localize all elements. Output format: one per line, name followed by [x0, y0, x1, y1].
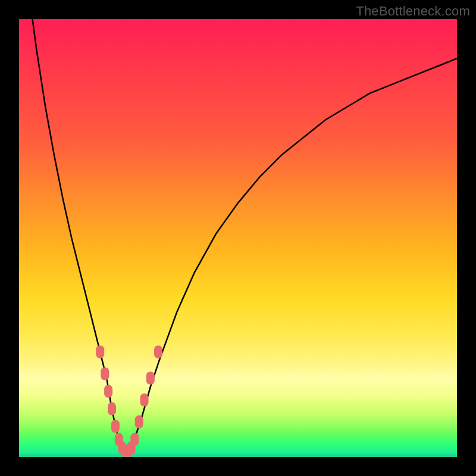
chart-frame: TheBottleneck.com	[0, 0, 476, 476]
plot-area	[19, 19, 457, 457]
watermark-label: TheBottleneck.com	[356, 4, 470, 19]
